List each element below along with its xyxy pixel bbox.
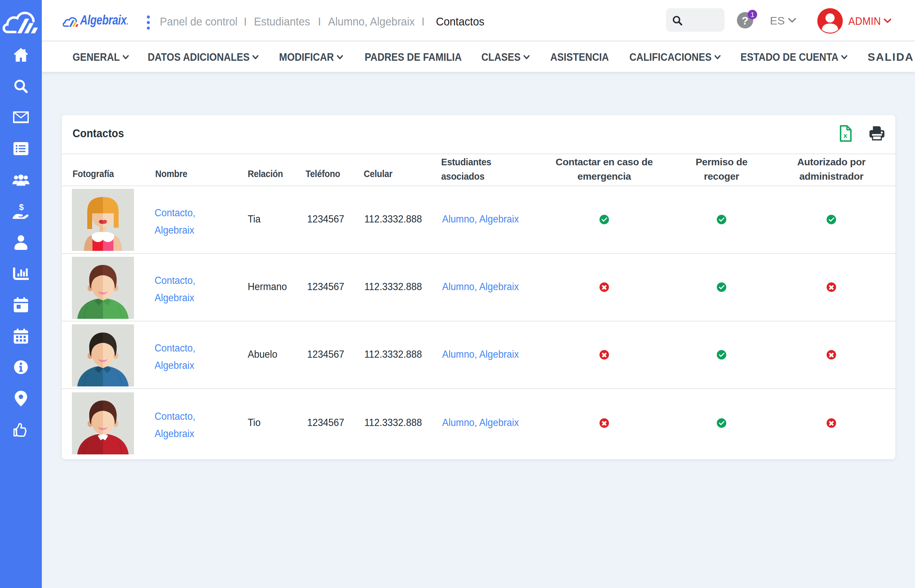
svg-text:x: x: [844, 132, 847, 139]
svg-text:$: $: [19, 204, 24, 212]
